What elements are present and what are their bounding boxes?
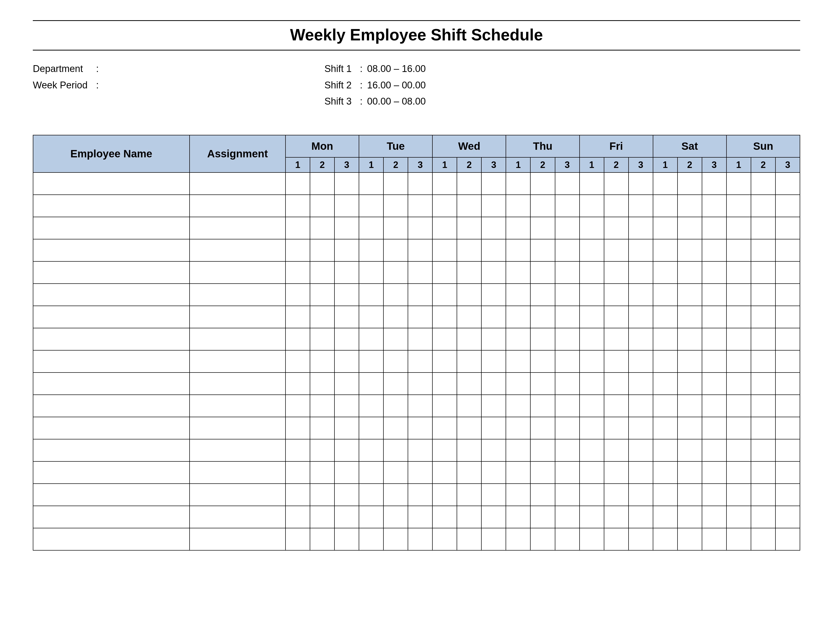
shift-sub-header: 2	[751, 157, 775, 172]
shift-cell	[604, 461, 629, 484]
shift-sub-header: 2	[310, 157, 334, 172]
table-row	[33, 372, 800, 395]
shift-cell	[604, 239, 629, 261]
shift-cell	[334, 328, 359, 350]
shift-cell	[629, 328, 653, 350]
shift-cell	[359, 217, 383, 239]
shift-sub-header: 1	[506, 157, 530, 172]
employee-name-cell	[33, 283, 190, 306]
shift-cell	[359, 261, 383, 283]
shift-cell	[775, 306, 800, 328]
shift-cell	[310, 350, 334, 372]
shift-cell	[653, 439, 677, 461]
employee-name-cell	[33, 484, 190, 506]
table-row	[33, 172, 800, 195]
table-row	[33, 261, 800, 283]
shift-cell	[727, 528, 751, 550]
shift-cell	[677, 484, 702, 506]
shift-cell	[653, 283, 677, 306]
shift-cell	[775, 528, 800, 550]
shift-cell	[457, 528, 481, 550]
shift-cell	[457, 439, 481, 461]
shift-cell	[775, 372, 800, 395]
shift-sub-header: 3	[702, 157, 727, 172]
shift-cell	[727, 506, 751, 528]
shift-cell	[677, 439, 702, 461]
shift-cell	[530, 439, 555, 461]
shift-cell	[727, 461, 751, 484]
shift-cell	[653, 195, 677, 217]
shift-cell	[702, 350, 727, 372]
shift-cell	[334, 461, 359, 484]
assignment-cell	[190, 172, 286, 195]
shift-cell	[334, 172, 359, 195]
shift-cell	[408, 395, 433, 417]
shift-cell	[433, 417, 457, 439]
shift-cell	[286, 417, 310, 439]
shift-cell	[481, 195, 506, 217]
shift-cell	[629, 283, 653, 306]
shift-cell	[751, 395, 775, 417]
shift-cell	[555, 261, 580, 283]
shift-cell	[310, 506, 334, 528]
shift-cell	[310, 439, 334, 461]
shift-cell	[359, 306, 383, 328]
shift-cell	[653, 484, 677, 506]
shift-cell	[775, 328, 800, 350]
shift-cell	[310, 306, 334, 328]
shift-cell	[286, 261, 310, 283]
day-header-fri: Fri	[580, 135, 653, 157]
shift-cell	[310, 484, 334, 506]
shift-cell	[653, 372, 677, 395]
shift-cell	[677, 417, 702, 439]
shift-cell	[334, 506, 359, 528]
shift-cell	[677, 239, 702, 261]
shift-cell	[775, 395, 800, 417]
shift-cell	[286, 350, 310, 372]
shift-cell	[530, 528, 555, 550]
shift-cell	[506, 217, 530, 239]
shift-cell	[653, 350, 677, 372]
shift-cell	[359, 528, 383, 550]
shift-cell	[530, 372, 555, 395]
shift-cell	[677, 395, 702, 417]
shift-cell	[457, 395, 481, 417]
shift-cell	[555, 506, 580, 528]
shift-cell	[653, 395, 677, 417]
shift-cell	[433, 528, 457, 550]
shift-3-row: Shift 3 : 00.00 – 08.00	[324, 93, 800, 109]
shift-cell	[555, 306, 580, 328]
shift-cell	[530, 417, 555, 439]
employee-name-cell	[33, 306, 190, 328]
shift-cell	[702, 484, 727, 506]
employee-name-cell	[33, 350, 190, 372]
shift-cell	[702, 439, 727, 461]
shift-cell	[383, 372, 408, 395]
shift-cell	[359, 283, 383, 306]
shift-cell	[506, 484, 530, 506]
shift-cell	[677, 261, 702, 283]
shift-cell	[604, 328, 629, 350]
assignment-header: Assignment	[190, 135, 286, 172]
shift-cell	[408, 261, 433, 283]
shift-cell	[433, 261, 457, 283]
shift-cell	[359, 350, 383, 372]
shift-cell	[629, 239, 653, 261]
shift-cell	[383, 306, 408, 328]
separator-colon: :	[360, 93, 365, 109]
shift-cell	[408, 195, 433, 217]
shift-cell	[383, 261, 408, 283]
day-header-sat: Sat	[653, 135, 727, 157]
shift-cell	[481, 261, 506, 283]
shift-cell	[383, 461, 408, 484]
page-title: Weekly Employee Shift Schedule	[33, 26, 800, 44]
shift-sub-header: 1	[433, 157, 457, 172]
shift-cell	[383, 283, 408, 306]
shift-cell	[457, 239, 481, 261]
day-header-wed: Wed	[433, 135, 506, 157]
employee-name-cell	[33, 372, 190, 395]
employee-name-cell	[33, 217, 190, 239]
shift-cell	[359, 195, 383, 217]
shift-sub-header: 2	[383, 157, 408, 172]
day-header-thu: Thu	[506, 135, 579, 157]
